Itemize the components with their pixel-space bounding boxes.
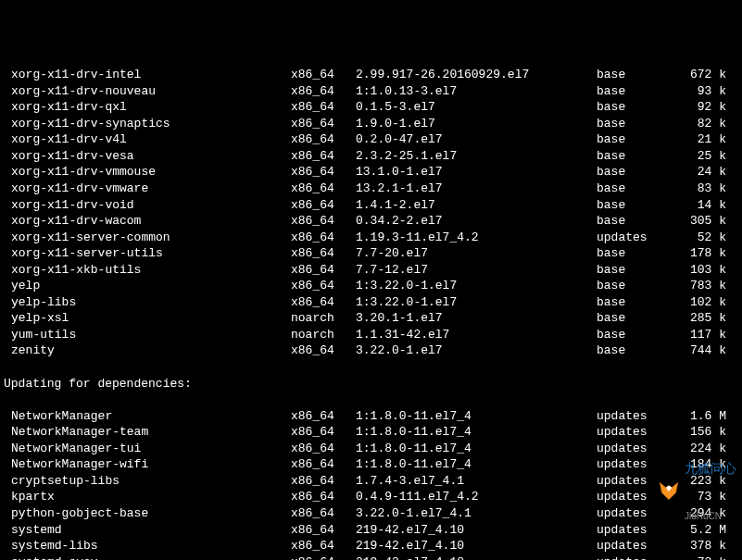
package-version: 7.7-12.el7 [356, 262, 597, 279]
package-size: 92 k [671, 99, 726, 116]
package-version: 13.2.1-1.el7 [356, 180, 597, 197]
package-name: yelp-xsl [4, 310, 291, 327]
package-size: 82 k [671, 116, 726, 132]
package-version: 0.4.9-111.el7_4.2 [356, 489, 597, 505]
dependency-list: NetworkManagerx86_641:1.8.0-11.el7_4upda… [4, 408, 738, 560]
package-row: xorg-x11-drv-wacomx86_640.34.2-2.el7base… [4, 213, 738, 230]
package-arch: x86_64 [291, 554, 356, 560]
package-repo: base [597, 164, 671, 180]
package-arch: x86_64 [291, 278, 356, 294]
package-version: 219-42.el7_4.10 [356, 538, 597, 554]
package-size: 744 k [671, 342, 726, 359]
package-row: xorg-x11-drv-vesax86_642.3.2-25.1.el7bas… [4, 148, 738, 165]
package-version: 1:1.8.0-11.el7_4 [356, 441, 597, 457]
package-name: systemd [4, 522, 291, 539]
package-arch: x86_64 [291, 538, 356, 554]
package-row: zenityx86_643.22.0-1.el7base744 k [4, 342, 738, 359]
package-repo: base [597, 180, 671, 197]
package-size: 117 k [671, 327, 726, 343]
package-list: xorg-x11-drv-intelx86_642.99.917-26.2016… [4, 67, 738, 359]
package-row: systemd-sysvx86_64219-42.el7_4.10updates… [4, 554, 738, 560]
package-version: 1.19.3-11.el7_4.2 [356, 230, 597, 246]
package-arch: x86_64 [291, 473, 356, 490]
package-name: xorg-x11-server-common [4, 230, 291, 246]
package-repo: base [597, 99, 671, 116]
package-size: 14 k [671, 197, 726, 214]
package-row: NetworkManager-tuix86_641:1.8.0-11.el7_4… [4, 441, 738, 457]
package-size: 783 k [671, 278, 726, 294]
package-row: NetworkManager-teamx86_641:1.8.0-11.el7_… [4, 424, 738, 441]
package-name: cryptsetup-libs [4, 473, 291, 490]
package-repo: base [597, 262, 671, 279]
package-name: NetworkManager-wifi [4, 456, 291, 473]
package-arch: x86_64 [291, 294, 356, 311]
package-arch: x86_64 [291, 505, 356, 522]
package-version: 1:1.0.13-3.el7 [356, 83, 597, 100]
package-row: systemd-libsx86_64219-42.el7_4.10updates… [4, 538, 738, 554]
watermark: 九狐问心 JiuHuCN [657, 425, 736, 556]
package-version: 1:1.8.0-11.el7_4 [356, 456, 597, 473]
package-version: 219-42.el7_4.10 [356, 522, 597, 539]
package-repo: base [597, 83, 671, 100]
package-version: 7.7-20.el7 [356, 245, 597, 262]
package-repo: base [597, 294, 671, 311]
package-size: 102 k [671, 294, 726, 311]
package-arch: x86_64 [291, 131, 356, 148]
package-size: 93 k [671, 83, 726, 100]
package-size: 83 k [671, 180, 726, 197]
package-row: xorg-x11-drv-nouveaux86_641:1.0.13-3.el7… [4, 83, 738, 100]
package-arch: x86_64 [291, 262, 356, 279]
package-row: yelp-xslnoarch3.20.1-1.el7base285 k [4, 310, 738, 327]
package-row: xorg-x11-drv-vmwarex86_6413.2.1-1.el7bas… [4, 180, 738, 197]
package-name: xorg-x11-drv-vesa [4, 148, 291, 165]
package-arch: x86_64 [291, 148, 356, 165]
watermark-title: 九狐问心 [685, 460, 736, 478]
package-name: yelp-libs [4, 294, 291, 311]
package-repo: base [597, 278, 671, 294]
package-arch: x86_64 [291, 197, 356, 214]
package-row: xorg-x11-drv-v4lx86_640.2.0-47.el7base21… [4, 131, 738, 148]
package-version: 1.9.0-1.el7 [356, 116, 597, 132]
package-repo: base [597, 245, 671, 262]
package-version: 1.7.4-3.el7_4.1 [356, 473, 597, 490]
package-arch: x86_64 [291, 83, 356, 100]
package-arch: x86_64 [291, 67, 356, 83]
package-version: 1:3.22.0-1.el7 [356, 278, 597, 294]
package-row: xorg-x11-drv-qxlx86_640.1.5-3.el7base92 … [4, 99, 738, 116]
package-name: kpartx [4, 489, 291, 505]
package-row: xorg-x11-drv-intelx86_642.99.917-26.2016… [4, 67, 738, 83]
package-row: xorg-x11-drv-synapticsx86_641.9.0-1.el7b… [4, 116, 738, 132]
package-name: python-gobject-base [4, 505, 291, 522]
package-repo: base [597, 116, 671, 132]
package-version: 2.99.917-26.20160929.el7 [356, 67, 597, 83]
package-size: 52 k [671, 230, 726, 246]
package-name: xorg-x11-xkb-utils [4, 262, 291, 279]
package-version: 3.22.0-1.el7 [356, 342, 597, 359]
package-size: 25 k [671, 148, 726, 165]
package-row: xorg-x11-xkb-utilsx86_647.7-12.el7base10… [4, 262, 738, 279]
package-arch: noarch [291, 310, 356, 327]
package-size: 305 k [671, 213, 726, 230]
package-repo: base [597, 148, 671, 165]
package-repo: base [597, 131, 671, 148]
package-name: xorg-x11-drv-void [4, 197, 291, 214]
package-name: xorg-x11-drv-intel [4, 67, 291, 83]
package-size: 103 k [671, 262, 726, 279]
package-repo: updates [597, 230, 671, 246]
package-repo: base [597, 342, 671, 359]
package-size: 1.6 M [671, 408, 726, 425]
package-repo: base [597, 310, 671, 327]
package-name: NetworkManager-team [4, 424, 291, 441]
package-name: xorg-x11-server-utils [4, 245, 291, 262]
deps-heading: Updating for dependencies: [4, 376, 738, 392]
package-version: 3.20.1-1.el7 [356, 310, 597, 327]
package-name: zenity [4, 342, 291, 359]
package-version: 219-42.el7_4.10 [356, 554, 597, 560]
package-repo: base [597, 197, 671, 214]
package-version: 1.1.31-42.el7 [356, 327, 597, 343]
package-row: yum-utilsnoarch1.1.31-42.el7base117 k [4, 327, 738, 343]
package-version: 0.2.0-47.el7 [356, 131, 597, 148]
package-arch: x86_64 [291, 441, 356, 457]
package-name: xorg-x11-drv-qxl [4, 99, 291, 116]
package-arch: x86_64 [291, 116, 356, 132]
